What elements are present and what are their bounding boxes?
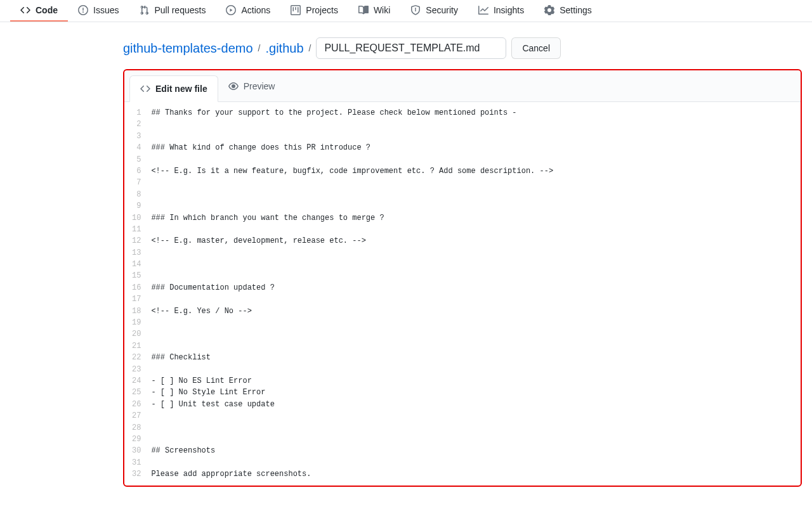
nav-item-label: Settings — [560, 5, 592, 15]
code-line[interactable] — [151, 434, 801, 445]
code-line[interactable] — [151, 317, 801, 328]
editor-container: Edit new file Preview Spaces 12345678910… — [123, 69, 802, 487]
line-number: 24 — [132, 375, 141, 387]
nav-item-label: Insights — [494, 5, 524, 15]
code-line[interactable] — [151, 328, 801, 340]
line-number: 10 — [132, 212, 141, 224]
line-number: 15 — [132, 270, 141, 281]
nav-item-security[interactable]: Security — [400, 0, 468, 22]
cancel-button[interactable]: Cancel — [511, 37, 561, 59]
tab-edit-file[interactable]: Edit new file — [129, 75, 218, 102]
eye-icon — [228, 81, 239, 91]
nav-item-issues[interactable]: Issues — [68, 0, 129, 22]
line-number: 21 — [132, 340, 141, 352]
code-line[interactable] — [151, 154, 801, 165]
graph-icon — [478, 5, 488, 15]
line-number: 2 — [132, 119, 141, 130]
code-line[interactable]: ### Checklist — [151, 352, 801, 363]
code-line[interactable] — [151, 189, 801, 200]
tab-preview[interactable]: Preview — [218, 74, 285, 99]
nav-item-wiki[interactable]: Wiki — [348, 0, 400, 22]
breadcrumb-repo[interactable]: github-templates-demo — [123, 41, 253, 56]
nav-item-label: Projects — [306, 5, 338, 15]
book-icon — [358, 5, 369, 15]
play-icon — [226, 5, 236, 15]
code-line[interactable] — [151, 410, 801, 422]
code-line[interactable] — [151, 340, 801, 352]
code-line[interactable] — [151, 247, 801, 259]
code-line[interactable] — [151, 270, 801, 281]
code-line[interactable]: ### What kind of change does this PR int… — [151, 142, 801, 153]
line-number: 29 — [132, 434, 141, 445]
breadcrumb-dir[interactable]: .github — [265, 41, 303, 56]
line-number: 20 — [132, 328, 141, 340]
code-line[interactable] — [151, 119, 801, 130]
nav-item-insights[interactable]: Insights — [468, 0, 534, 22]
nav-item-label: Code — [36, 5, 58, 15]
code-line[interactable]: - [ ] Unit test case update — [151, 399, 801, 410]
code-line[interactable]: ### Documentation updated ? — [151, 282, 801, 293]
code-icon — [140, 84, 150, 94]
nav-item-settings[interactable]: Settings — [534, 0, 602, 22]
code-line[interactable] — [151, 293, 801, 305]
gear-icon — [544, 5, 554, 15]
code-line[interactable]: Please add appropriate screenshots. — [151, 468, 801, 480]
code-line[interactable] — [151, 457, 801, 468]
issue-icon — [78, 5, 88, 15]
line-number: 18 — [132, 306, 141, 317]
code-line[interactable]: - [ ] No Style Lint Error — [151, 387, 801, 398]
shield-icon — [410, 5, 421, 15]
code-line[interactable]: - [ ] No ES Lint Error — [151, 375, 801, 387]
line-number: 25 — [132, 387, 141, 398]
line-number: 14 — [132, 259, 141, 270]
line-number: 32 — [132, 468, 141, 480]
nav-item-pull-requests[interactable]: Pull requests — [129, 0, 216, 22]
nav-item-label: Wiki — [374, 5, 390, 15]
line-number: 22 — [132, 352, 141, 363]
code-line[interactable] — [151, 131, 801, 142]
code-line[interactable]: ### In which branch you want the changes… — [151, 212, 801, 224]
breadcrumb-sep: / — [309, 43, 311, 53]
line-number: 5 — [132, 154, 141, 165]
code-line[interactable]: <!-- E.g. Is it a new feature, bugfix, c… — [151, 165, 801, 177]
line-number: 4 — [132, 142, 141, 153]
line-number: 19 — [132, 317, 141, 328]
line-number: 28 — [132, 422, 141, 434]
code-line[interactable]: <!-- E.g. master, development, release e… — [151, 235, 801, 247]
code-editor[interactable]: 1234567891011121314151617181920212223242… — [124, 102, 801, 486]
nav-item-actions[interactable]: Actions — [216, 0, 280, 22]
editor-tabs: Edit new file Preview Spaces — [124, 70, 801, 102]
line-number: 17 — [132, 293, 141, 305]
line-number: 13 — [132, 247, 141, 259]
code-line[interactable] — [151, 200, 801, 212]
line-number: 27 — [132, 410, 141, 422]
code-line[interactable]: ## Thanks for your support to the projec… — [151, 107, 801, 119]
code-icon — [20, 5, 30, 15]
code-line[interactable] — [151, 259, 801, 270]
code-line[interactable]: ## Screenshots — [151, 445, 801, 456]
nav-item-label: Security — [426, 5, 458, 15]
code-line[interactable] — [151, 422, 801, 434]
repo-nav: CodeIssuesPull requestsActionsProjectsWi… — [0, 0, 812, 22]
code-line[interactable] — [151, 364, 801, 375]
code-line[interactable] — [151, 224, 801, 235]
nav-item-projects[interactable]: Projects — [280, 0, 348, 22]
tab-edit-label: Edit new file — [155, 84, 207, 94]
code-lines[interactable]: ## Thanks for your support to the projec… — [151, 107, 801, 480]
nav-item-label: Pull requests — [154, 5, 206, 15]
code-line[interactable]: <!-- E.g. Yes / No --> — [151, 306, 801, 317]
line-number: 11 — [132, 224, 141, 235]
code-line[interactable] — [151, 177, 801, 188]
project-icon — [291, 5, 301, 15]
line-number: 23 — [132, 364, 141, 375]
line-number: 7 — [132, 177, 141, 188]
line-number: 30 — [132, 445, 141, 456]
filename-input[interactable] — [316, 37, 506, 59]
line-number: 31 — [132, 457, 141, 468]
line-number: 6 — [132, 165, 141, 177]
breadcrumb: github-templates-demo / .github / Cancel — [123, 37, 802, 59]
line-number: 3 — [132, 131, 141, 142]
nav-item-code[interactable]: Code — [10, 0, 68, 22]
line-number: 16 — [132, 282, 141, 293]
line-number: 26 — [132, 399, 141, 410]
